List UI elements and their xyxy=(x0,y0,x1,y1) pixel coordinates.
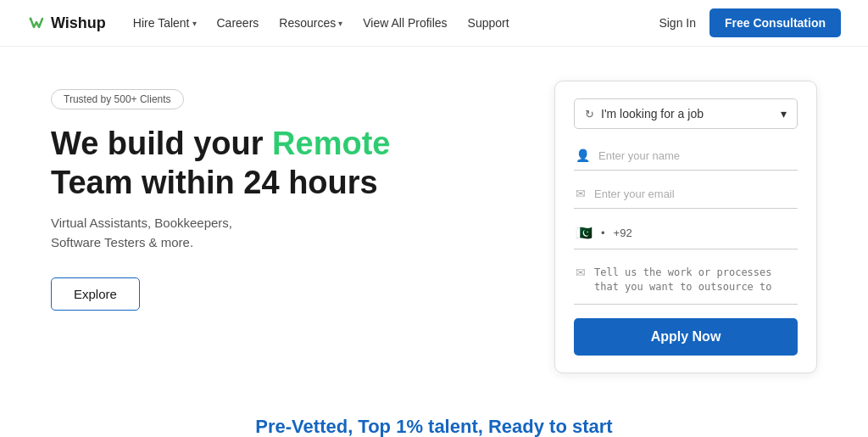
nav-careers[interactable]: Careers xyxy=(217,16,259,30)
name-field: 👤 xyxy=(574,141,798,171)
hero-left: Trusted by 500+ Clients We build your Re… xyxy=(51,81,492,311)
free-consultation-button[interactable]: Free Consultation xyxy=(709,8,841,37)
job-dropdown[interactable]: ↻ I'm looking for a job ▾ xyxy=(574,98,798,129)
nav-resources-label: Resources xyxy=(279,16,336,30)
nav-view-all-profiles[interactable]: View All Profiles xyxy=(363,16,447,30)
phone-code: • xyxy=(601,227,605,239)
chevron-down-icon-2: ▾ xyxy=(338,19,342,28)
nav-careers-label: Careers xyxy=(217,16,259,30)
nav-hire-talent-label: Hire Talent xyxy=(133,16,190,30)
svg-point-0 xyxy=(30,18,32,20)
flag-icon: 🇵🇰 xyxy=(576,225,593,241)
phone-input[interactable] xyxy=(614,227,796,239)
hero-subtitle: Virtual Assistants, Bookkeepers,Software… xyxy=(51,214,492,252)
explore-button[interactable]: Explore xyxy=(51,277,140,311)
person-icon: 👤 xyxy=(576,148,590,162)
name-input[interactable] xyxy=(598,149,796,162)
navbar-left: Wishup Hire Talent ▾ Careers Resources ▾… xyxy=(27,14,509,32)
headline: We build your Remote Team within 24 hour… xyxy=(51,125,492,202)
nav-view-all-label: View All Profiles xyxy=(363,16,447,30)
message-textarea[interactable] xyxy=(594,266,796,296)
trusted-badge: Trusted by 500+ Clients xyxy=(51,89,184,109)
phone-field: 🇵🇰 • xyxy=(574,217,798,249)
nav-hire-talent[interactable]: Hire Talent ▾ xyxy=(133,16,197,30)
refresh-icon: ↻ xyxy=(585,108,594,120)
bottom-section: Pre-Vetted, Top 1% talent, Ready to star… xyxy=(0,390,868,437)
bottom-tagline: Pre-Vetted, Top 1% talent, Ready to star… xyxy=(0,416,868,437)
logo-icon xyxy=(27,14,46,32)
email-icon: ✉ xyxy=(576,187,586,200)
sign-in-link[interactable]: Sign In xyxy=(659,16,696,30)
navbar-right: Sign In Free Consultation xyxy=(659,8,841,37)
headline-part1: We build your xyxy=(51,126,272,161)
nav-support[interactable]: Support xyxy=(468,16,509,30)
nav-links: Hire Talent ▾ Careers Resources ▾ View A… xyxy=(133,16,509,30)
headline-highlight: Remote xyxy=(272,126,390,161)
nav-support-label: Support xyxy=(468,16,509,30)
main-content: Trusted by 500+ Clients We build your Re… xyxy=(0,47,868,390)
message-field: ✉ xyxy=(574,258,798,305)
nav-resources[interactable]: Resources ▾ xyxy=(279,16,342,30)
chevron-down-icon-3: ▾ xyxy=(781,107,787,120)
apply-now-button[interactable]: Apply Now xyxy=(574,318,798,356)
chevron-down-icon: ▾ xyxy=(192,19,197,28)
message-icon: ✉ xyxy=(576,266,586,279)
form-card: ↻ I'm looking for a job ▾ 👤 ✉ 🇵🇰 • ✉ Ap xyxy=(554,81,817,373)
dropdown-label: I'm looking for a job xyxy=(601,107,704,120)
headline-part2: Team within 24 hours xyxy=(51,165,378,200)
email-field: ✉ xyxy=(574,179,798,209)
logo-text: Wishup xyxy=(51,14,106,32)
navbar: Wishup Hire Talent ▾ Careers Resources ▾… xyxy=(0,0,868,47)
email-input[interactable] xyxy=(594,188,796,200)
logo[interactable]: Wishup xyxy=(27,14,106,32)
